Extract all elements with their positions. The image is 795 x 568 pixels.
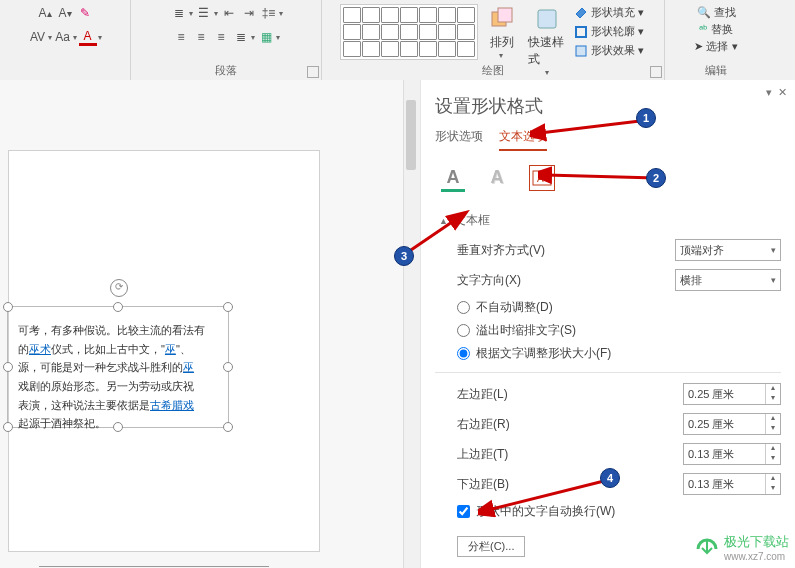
svg-rect-4 bbox=[576, 46, 586, 56]
margin-right-input[interactable]: 0.25 厘米▴▾ bbox=[683, 413, 781, 435]
search-icon: 🔍 bbox=[697, 6, 711, 19]
handle-se[interactable] bbox=[223, 422, 233, 432]
margin-left-input[interactable]: 0.25 厘米▴▾ bbox=[683, 383, 781, 405]
change-case-icon[interactable]: Aa bbox=[54, 28, 72, 46]
ribbon: A▴ A▾ ✎ AV▾ Aa▾ A▾ ≣▾ ☰▾ ⇤ ⇥ ‡≡▾ ≡ ≡ ≡ ≣… bbox=[0, 0, 795, 81]
cursor-icon: ➤ bbox=[694, 40, 703, 53]
font-group: A▴ A▾ ✎ AV▾ Aa▾ A▾ bbox=[0, 0, 131, 80]
svg-rect-3 bbox=[576, 27, 586, 37]
handle-ne[interactable] bbox=[223, 302, 233, 312]
textbox-selection[interactable]: ⟳ 可考，有多种假说。比较主流的看法有 的巫术仪式，比如上古中文，"巫"、 源，… bbox=[7, 306, 229, 428]
svg-text:A: A bbox=[537, 173, 544, 184]
drawing-label: 绘图 bbox=[322, 63, 664, 78]
smartart-icon[interactable]: ▦ bbox=[257, 28, 275, 46]
char-shading-icon[interactable]: AV bbox=[29, 28, 47, 46]
watermark: 极光下载站www.xz7.com bbox=[694, 533, 789, 562]
decrease-font-icon[interactable]: A▾ bbox=[56, 4, 74, 22]
scrollbar[interactable] bbox=[403, 80, 420, 568]
link-wu2[interactable]: 巫 bbox=[183, 361, 194, 373]
link-wushu[interactable]: 巫术 bbox=[29, 343, 51, 355]
pane-close-icon[interactable]: ✕ bbox=[778, 86, 787, 99]
badge-4: 4 bbox=[600, 468, 620, 488]
section-textbox[interactable]: 文本框 bbox=[439, 212, 781, 229]
handle-w[interactable] bbox=[3, 362, 13, 372]
replace-icon: ᵃᵇ bbox=[699, 23, 708, 36]
justify-icon[interactable]: ≣ bbox=[232, 28, 250, 46]
outline-icon bbox=[574, 25, 588, 39]
handle-e[interactable] bbox=[223, 362, 233, 372]
find-button[interactable]: 🔍查找 bbox=[695, 4, 738, 21]
slide: ⟳ 可考，有多种假说。比较主流的看法有 的巫术仪式，比如上古中文，"巫"、 源，… bbox=[8, 150, 320, 552]
margin-left-label: 左边距(L) bbox=[457, 386, 508, 403]
replace-button[interactable]: ᵃᵇ替换 bbox=[697, 21, 735, 38]
ruler-line bbox=[39, 566, 269, 567]
handle-nw[interactable] bbox=[3, 302, 13, 312]
tab-shape-options[interactable]: 形状选项 bbox=[435, 128, 483, 151]
text-fill-icon[interactable]: A bbox=[441, 165, 465, 192]
link-greek[interactable]: 古希腊戏 bbox=[150, 399, 194, 411]
link-wu[interactable]: 巫 bbox=[165, 343, 176, 355]
editing-group: 🔍查找 ᵃᵇ替换 ➤选择 ▾ 编辑 bbox=[665, 0, 767, 80]
handle-sw[interactable] bbox=[3, 422, 13, 432]
margin-right-label: 右边距(R) bbox=[457, 416, 510, 433]
editing-label: 编辑 bbox=[665, 63, 767, 78]
chevron-down-icon: ▾ bbox=[771, 275, 776, 285]
effects-icon bbox=[574, 44, 588, 58]
svg-rect-1 bbox=[498, 8, 512, 22]
handle-n[interactable] bbox=[113, 302, 123, 312]
paragraph-label: 段落 bbox=[131, 63, 321, 78]
text-effects-icon[interactable]: A bbox=[485, 165, 509, 189]
scroll-thumb[interactable] bbox=[406, 100, 416, 170]
shape-outline-button[interactable]: 形状轮廓 ▾ bbox=[572, 23, 646, 40]
margin-top-label: 上边距(T) bbox=[457, 446, 508, 463]
align-center-icon[interactable]: ≡ bbox=[192, 28, 210, 46]
pane-title: 设置形状格式 bbox=[435, 94, 781, 118]
arrange-button[interactable]: 排列▾ bbox=[480, 4, 524, 62]
valign-select[interactable]: 顶端对齐▾ bbox=[675, 239, 781, 261]
quickstyle-icon bbox=[534, 6, 562, 34]
radio-resize[interactable]: 根据文字调整形状大小(F) bbox=[457, 345, 781, 362]
select-button[interactable]: ➤选择 ▾ bbox=[692, 38, 739, 55]
increase-font-icon[interactable]: A▴ bbox=[36, 4, 54, 22]
paragraph-dialog-icon[interactable] bbox=[307, 66, 319, 78]
handle-s[interactable] bbox=[113, 422, 123, 432]
bucket-icon bbox=[574, 6, 588, 20]
dir-select[interactable]: 横排▾ bbox=[675, 269, 781, 291]
drawing-group: 排列▾ 快速样式▾ 形状填充 ▾ 形状轮廓 ▾ 形状效果 ▾ 绘图 bbox=[322, 0, 665, 80]
columns-button[interactable]: 分栏(C)... bbox=[457, 536, 525, 557]
radio-noauto[interactable]: 不自动调整(D) bbox=[457, 299, 781, 316]
format-shape-pane: ▾✕ 设置形状格式 形状选项 文本选项 A A A 文本框 垂直对齐方式(V) … bbox=[420, 80, 795, 568]
arrange-icon bbox=[488, 6, 516, 34]
margin-bottom-input[interactable]: 0.13 厘米▴▾ bbox=[683, 473, 781, 495]
shape-effects-button[interactable]: 形状效果 ▾ bbox=[572, 42, 646, 59]
chevron-down-icon: ▾ bbox=[771, 245, 776, 255]
badge-3: 3 bbox=[394, 246, 414, 266]
textbox-icon[interactable]: A bbox=[529, 165, 555, 191]
numbering-icon[interactable]: ☰ bbox=[195, 4, 213, 22]
margin-top-input[interactable]: 0.13 厘米▴▾ bbox=[683, 443, 781, 465]
radio-shrink[interactable]: 溢出时缩排文字(S) bbox=[457, 322, 781, 339]
pane-tabs: 形状选项 文本选项 bbox=[435, 128, 781, 151]
shapes-gallery[interactable] bbox=[340, 4, 478, 60]
rotate-handle[interactable]: ⟳ bbox=[110, 279, 128, 297]
valign-label: 垂直对齐方式(V) bbox=[457, 242, 545, 259]
logo-icon bbox=[694, 535, 720, 561]
shape-fill-button[interactable]: 形状填充 ▾ bbox=[572, 4, 646, 21]
align-right-icon[interactable]: ≡ bbox=[212, 28, 230, 46]
wrap-checkbox[interactable]: 形状中的文字自动换行(W) bbox=[457, 503, 781, 520]
font-color-icon[interactable]: A bbox=[79, 29, 97, 46]
clear-format-icon[interactable]: ✎ bbox=[76, 4, 94, 22]
margin-bottom-label: 下边距(B) bbox=[457, 476, 509, 493]
bullets-icon[interactable]: ≣ bbox=[170, 4, 188, 22]
drawing-dialog-icon[interactable] bbox=[650, 66, 662, 78]
align-left-icon[interactable]: ≡ bbox=[172, 28, 190, 46]
document-area: ⟳ 可考，有多种假说。比较主流的看法有 的巫术仪式，比如上古中文，"巫"、 源，… bbox=[0, 80, 420, 568]
tab-text-options[interactable]: 文本选项 bbox=[499, 128, 547, 151]
paragraph-group: ≣▾ ☰▾ ⇤ ⇥ ‡≡▾ ≡ ≡ ≡ ≣ ▾ ▦▾ 段落 bbox=[131, 0, 322, 80]
dir-label: 文字方向(X) bbox=[457, 272, 521, 289]
line-spacing-icon[interactable]: ‡≡ bbox=[260, 4, 278, 22]
badge-1: 1 bbox=[636, 108, 656, 128]
indent-inc-icon[interactable]: ⇥ bbox=[240, 4, 258, 22]
indent-dec-icon[interactable]: ⇤ bbox=[220, 4, 238, 22]
pane-dropdown-icon[interactable]: ▾ bbox=[766, 86, 772, 99]
